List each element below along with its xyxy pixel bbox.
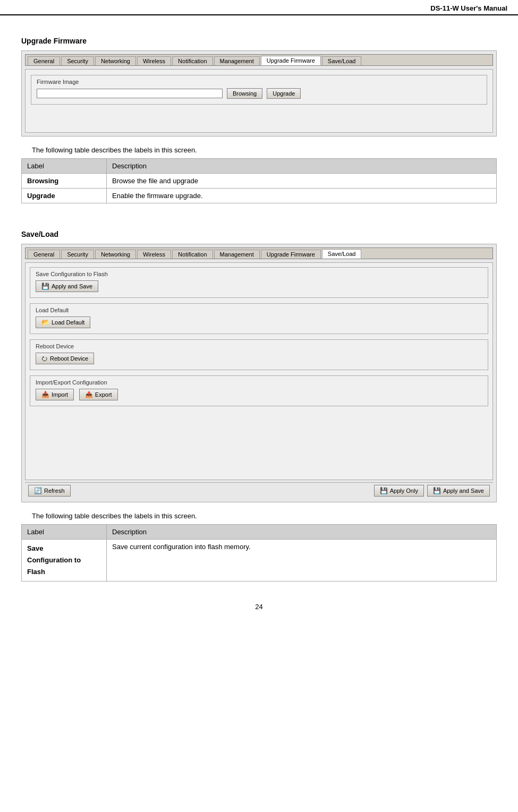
bottom-apply-save-icon: 💾 <box>433 487 441 494</box>
sl-tab-networking[interactable]: Networking <box>95 250 136 259</box>
sl-tab-general[interactable]: General <box>28 250 60 259</box>
saveload-row1-desc: Save current configuration into flash me… <box>107 540 497 582</box>
import-export-group: Import/Export Configuration 📥 Import 📤 E… <box>30 375 488 406</box>
import-label: Import <box>52 391 68 398</box>
sl-tab-upgrade-firmware[interactable]: Upgrade Firmware <box>261 250 321 259</box>
tab-notification[interactable]: Notification <box>172 56 213 65</box>
saveload-desc-text: The following table describes the labels… <box>32 512 497 520</box>
import-icon: 📥 <box>41 391 49 398</box>
table-row: SaveConfiguration toFlash Save current c… <box>22 540 497 582</box>
import-export-legend: Import/Export Configuration <box>36 379 482 386</box>
upgrade-label: Upgrade <box>273 90 295 97</box>
sl-tab-wireless[interactable]: Wireless <box>137 250 171 259</box>
saveload-panel-body: Save Configuration to Flash 💾 Apply and … <box>25 262 493 480</box>
bottom-bar-left: 🔄 Refresh <box>28 485 71 497</box>
page-header: DS-11-W User's Manual <box>0 0 518 15</box>
apply-save-icon: 💾 <box>41 283 49 290</box>
tab-wireless[interactable]: Wireless <box>137 56 171 65</box>
upgrade-desc-text: The following table describes the labels… <box>32 146 497 154</box>
reboot-device-group: Reboot Device ⭮ Reboot Device <box>30 339 488 370</box>
upgrade-button[interactable]: Upgrade <box>267 88 301 99</box>
apply-and-save-button[interactable]: 💾 Apply and Save <box>36 280 98 292</box>
saveload-panel: General Security Networking Wireless Not… <box>21 244 497 502</box>
refresh-label: Refresh <box>44 488 65 494</box>
table-row: Browsing Browse the file and upgrade <box>22 174 497 189</box>
apply-and-save-label: Apply and Save <box>52 283 92 289</box>
sl-tab-security[interactable]: Security <box>61 250 94 259</box>
load-default-label: Load Default <box>52 319 84 326</box>
manual-title: DS-11-W User's Manual <box>430 4 507 12</box>
export-label: Export <box>95 391 112 398</box>
tab-security[interactable]: Security <box>61 56 94 65</box>
sl-tab-saveload[interactable]: Save/Load <box>322 249 362 259</box>
refresh-icon: 🔄 <box>34 487 42 494</box>
saveload-heading: Save/Load <box>21 230 497 238</box>
tab-upgrade-firmware[interactable]: Upgrade Firmware <box>261 56 321 65</box>
reboot-device-button[interactable]: ⭮ Reboot Device <box>36 353 94 364</box>
saveload-bottom-bar: 🔄 Refresh 💾 Apply Only 💾 Apply and Save <box>25 482 493 499</box>
page-number: 24 <box>0 592 518 621</box>
refresh-button[interactable]: 🔄 Refresh <box>28 485 71 497</box>
tab-saveload[interactable]: Save/Load <box>322 56 362 65</box>
apply-only-button[interactable]: 💾 Apply Only <box>374 485 424 497</box>
upgrade-panel-body: Firmware Image Browsing Upgrade <box>25 69 493 133</box>
sl-tab-management[interactable]: Management <box>214 250 260 259</box>
bottom-apply-save-label: Apply and Save <box>443 488 484 494</box>
import-button[interactable]: 📥 Import <box>36 389 74 400</box>
saveload-table-col-desc: Description <box>107 525 497 540</box>
tab-management[interactable]: Management <box>214 56 260 65</box>
bottom-bar-right: 💾 Apply Only 💾 Apply and Save <box>374 485 490 497</box>
load-default-group: Load Default 📂 Load Default <box>30 303 488 334</box>
load-default-icon: 📂 <box>41 319 49 326</box>
firmware-file-input[interactable] <box>37 89 223 98</box>
tab-networking[interactable]: Networking <box>95 56 136 65</box>
load-default-button[interactable]: 📂 Load Default <box>36 317 90 328</box>
saveload-row1-label: SaveConfiguration toFlash <box>22 540 107 582</box>
upgrade-table-col-desc: Description <box>107 159 497 174</box>
bottom-apply-save-button[interactable]: 💾 Apply and Save <box>427 485 490 497</box>
apply-only-icon: 💾 <box>380 487 388 494</box>
upgrade-firmware-heading: Upgrade Firmware <box>21 37 497 45</box>
upgrade-tab-bar: General Security Networking Wireless Not… <box>25 54 493 66</box>
reboot-device-legend: Reboot Device <box>36 343 482 349</box>
upgrade-row1-label: Browsing <box>22 174 107 189</box>
tab-general[interactable]: General <box>28 56 60 65</box>
reboot-device-icon: ⭮ <box>41 355 48 362</box>
upgrade-desc-table: Label Description Browsing Browse the fi… <box>21 158 497 203</box>
table-row: Upgrade Enable the firmware upgrade. <box>22 189 497 203</box>
firmware-row: Browsing Upgrade <box>37 88 481 99</box>
upgrade-firmware-panel: General Security Networking Wireless Not… <box>21 50 497 136</box>
saveload-table-col-label: Label <box>22 525 107 540</box>
saveload-tab-bar: General Security Networking Wireless Not… <box>25 247 493 259</box>
browsing-label: Browsing <box>233 90 257 97</box>
firmware-image-legend: Firmware Image <box>37 79 481 85</box>
upgrade-row2-desc: Enable the firmware upgrade. <box>107 189 497 203</box>
save-config-group: Save Configuration to Flash 💾 Apply and … <box>30 267 488 298</box>
firmware-image-group: Firmware Image Browsing Upgrade <box>31 75 487 105</box>
browsing-button[interactable]: Browsing <box>227 88 262 99</box>
reboot-device-label: Reboot Device <box>50 355 88 362</box>
save-config-legend: Save Configuration to Flash <box>36 271 482 277</box>
upgrade-row1-desc: Browse the file and upgrade <box>107 174 497 189</box>
saveload-desc-table: Label Description SaveConfiguration toFl… <box>21 524 497 582</box>
load-default-legend: Load Default <box>36 307 482 313</box>
export-icon: 📤 <box>85 391 93 398</box>
upgrade-table-col-label: Label <box>22 159 107 174</box>
upgrade-row2-label: Upgrade <box>22 189 107 203</box>
apply-only-label: Apply Only <box>390 488 418 494</box>
export-button[interactable]: 📤 Export <box>79 389 118 400</box>
sl-tab-notification[interactable]: Notification <box>172 250 213 259</box>
